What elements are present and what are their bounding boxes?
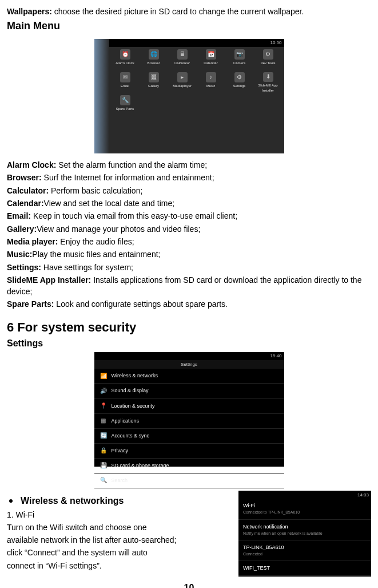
definition-text: Set the alarm function and the alarm tim… <box>56 160 207 169</box>
wifi-row-main: TP-LINK_B5A610 <box>243 544 367 551</box>
wifi-row-main: WIFI_TEST <box>243 565 367 572</box>
definition-line: Spare Parts: Look and configurate settin… <box>7 298 371 310</box>
wifi-subheading: 1. Wi-Fi <box>7 509 232 520</box>
app-definitions: Alarm Clock: Set the alarm function and … <box>7 159 371 310</box>
statusbar: 14:03 <box>238 491 371 499</box>
app-icon-slideme-app-installer: ⬇SlideME App Installer <box>254 72 282 93</box>
wifi-screenshot: 14:03 Wi-FiConnected to TP-LINK_B5A610Ne… <box>238 491 371 577</box>
wifi-row: maiatawbu-pmSecured with WPA/WPA2 PSK <box>238 576 371 588</box>
app-glyph-icon: 🔧 <box>120 95 130 105</box>
wallpapers-line: Wallpapers: choose the desired picture i… <box>7 6 371 17</box>
definition-text: Have settings for system; <box>41 263 133 272</box>
app-icon-settings: ⚙Settings <box>226 72 253 93</box>
settings-heading: Settings <box>7 337 371 350</box>
app-label: Email <box>121 84 129 89</box>
app-icon-alarm-clock: ⏰Alarm Clock <box>112 49 139 70</box>
wallpapers-term: Wallpapers: <box>7 7 52 16</box>
definition-term: Gallery: <box>7 224 37 234</box>
definition-line: SlideME App Installer: Installs applicat… <box>7 274 371 298</box>
settings-list: 📶Wireless & networks🔊Sound & display📍Loc… <box>94 369 284 488</box>
app-label: Browser <box>147 61 160 66</box>
main-menu-screenshot-wrap: 10:50 ⏰Alarm Clock🌐Browser🖩Calculator📅Ca… <box>7 35 371 153</box>
settings-row-icon: 💾 <box>100 462 107 469</box>
app-glyph-icon: ♪ <box>206 72 216 82</box>
wifi-text-line: Turn on the Wifi switch and choose one <box>7 522 232 533</box>
definition-term: Media player: <box>7 237 58 246</box>
definition-text: View and set the local date and time; <box>44 199 175 208</box>
app-icon-browser: 🌐Browser <box>140 49 168 70</box>
bullet-icon <box>9 499 13 503</box>
app-icon-mediaplayer: ▸Mediaplayer <box>169 72 196 93</box>
wifi-row: Wi-FiConnected to TP-LINK_B5A610 <box>238 499 371 519</box>
wireless-bullet-heading: Wireless & networkings <box>21 494 124 507</box>
statusbar-time: 15:40 <box>270 353 281 360</box>
definition-term: Alarm Clock: <box>7 160 56 169</box>
app-icon-email: ✉Email <box>112 72 139 93</box>
statusbar-time: 10:50 <box>270 40 281 46</box>
app-glyph-icon: ⚙ <box>234 72 245 82</box>
app-label: Mediaplayer <box>173 84 192 89</box>
app-glyph-icon: 🌐 <box>149 49 159 60</box>
app-icon-calendar: 📅Calendar <box>197 49 225 70</box>
definition-line: Media player: Enjoy the audio files; <box>7 236 371 247</box>
definition-text: Look and configurate settings about spar… <box>54 299 228 309</box>
app-label: Alarm Clock <box>116 61 134 66</box>
settings-row: 🔊Sound & display <box>94 384 284 398</box>
app-icon-music: ♪Music <box>197 72 225 93</box>
app-label: Settings <box>233 84 246 89</box>
app-glyph-icon: ⚙ <box>263 49 273 60</box>
settings-row-label: Accounts & sync <box>112 432 150 440</box>
statusbar: 10:50 <box>94 39 284 47</box>
wifi-row-main: maiatawbu-pm <box>243 579 367 587</box>
settings-row-label: Applications <box>112 417 140 425</box>
settings-row-label: Search <box>112 477 128 484</box>
definition-term: SlideME App Installer: <box>7 275 91 285</box>
definition-line: Gallery:View and manage your photos and … <box>7 223 371 235</box>
definition-text: Keep in touch via email from this easy-t… <box>31 211 237 220</box>
section-6-heading: 6 For system security <box>7 318 371 337</box>
settings-row-label: Location & security <box>112 402 155 410</box>
settings-row-icon: 📍 <box>100 402 107 409</box>
wifi-row: TP-LINK_B5A610Connected <box>238 540 371 561</box>
app-icon-gallery: 🖼Gallery <box>140 72 168 93</box>
app-glyph-icon: 📷 <box>234 49 245 60</box>
settings-row-label: SD card & phone storage <box>112 462 169 469</box>
app-icon-dev-tools: ⚙Dev Tools <box>254 49 282 70</box>
settings-title: Settings <box>94 360 284 369</box>
settings-row: 🔄Accounts & sync <box>94 429 284 444</box>
definition-text: Enjoy the audio files; <box>58 237 134 246</box>
apps-grid: ⏰Alarm Clock🌐Browser🖩Calculator📅Calendar… <box>112 49 282 116</box>
settings-row: 📶Wireless & networks <box>94 369 284 384</box>
settings-screenshot: 15:40 Settings 📶Wireless & networks🔊Soun… <box>94 352 284 467</box>
definition-term: Calculator: <box>7 186 49 195</box>
app-glyph-icon: 📅 <box>206 49 216 60</box>
settings-row: 💾SD card & phone storage <box>94 459 284 473</box>
app-icon-calculator: 🖩Calculator <box>169 49 196 70</box>
settings-row-icon: 📶 <box>100 373 107 380</box>
definition-text: Perform basic calculation; <box>49 186 142 195</box>
main-menu-screenshot: 10:50 ⏰Alarm Clock🌐Browser🖩Calculator📅Ca… <box>94 39 284 153</box>
settings-row-icon: 🔄 <box>100 432 107 439</box>
definition-term: Email: <box>7 211 31 220</box>
definition-line: Browser: Surf the Internet for informati… <box>7 172 371 183</box>
wallpapers-desc: choose the desired picture in SD card to… <box>52 7 304 16</box>
definition-line: Email: Keep in touch via email from this… <box>7 210 371 222</box>
definition-line: Music:Play the music files and entainmen… <box>7 248 371 260</box>
definition-term: Spare Parts: <box>7 299 54 309</box>
app-glyph-icon: ⏰ <box>120 49 130 60</box>
app-label: Calendar <box>204 61 217 66</box>
wifi-row: Network notificationNotify me when an op… <box>238 520 371 540</box>
wifi-row-sub: Connected to TP-LINK_B5A610 <box>243 510 367 515</box>
wifi-row-main: Wi-Fi <box>243 502 367 510</box>
definition-term: Settings: <box>7 263 41 272</box>
settings-row-icon: ▦ <box>100 417 107 424</box>
wifi-row-sub: Connected <box>243 551 367 557</box>
definition-term: Browser: <box>7 173 42 182</box>
definition-term: Calendar: <box>7 199 44 208</box>
settings-row-label: Privacy <box>112 447 129 455</box>
app-glyph-icon: 🖼 <box>149 72 159 82</box>
wireless-section: Wireless & networkings 1. Wi-Fi Turn on … <box>7 491 371 577</box>
app-glyph-icon: ⬇ <box>263 72 273 82</box>
settings-row-label: Wireless & networks <box>112 372 158 380</box>
settings-row-icon: 🔍 <box>100 477 107 484</box>
